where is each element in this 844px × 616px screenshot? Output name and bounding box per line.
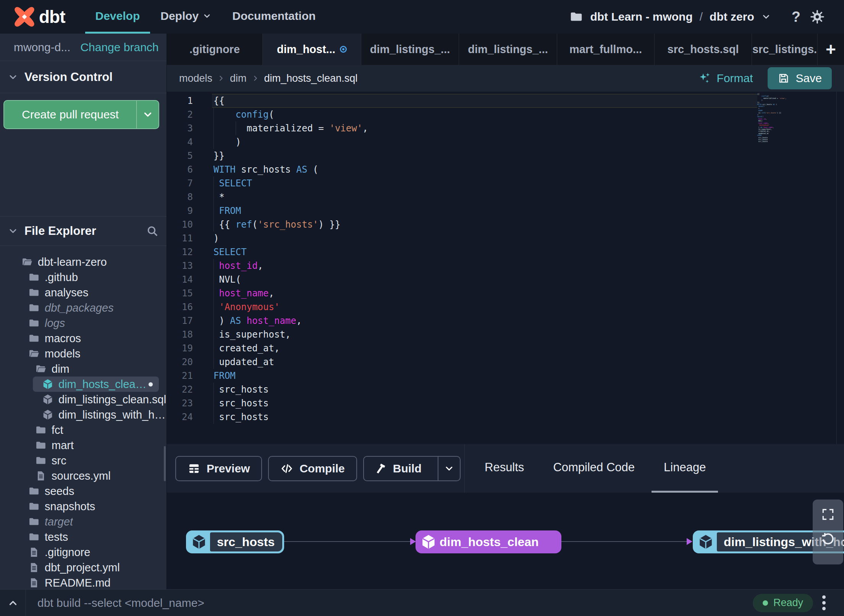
refresh-icon[interactable] [821,532,835,546]
build-button[interactable]: Build [363,456,461,481]
file-tree-item[interactable]: dbt_project.yml [0,560,167,575]
file-tree-item[interactable]: logs [0,315,167,331]
search-icon[interactable] [146,225,159,238]
editor-tab[interactable]: src_listings. [752,34,818,65]
minimap[interactable]: {{ config( materialized = 'view', )}}WIT… [757,93,799,143]
code-line: created_at, [212,341,757,355]
tab-label: src_hosts.sql [668,43,739,56]
file-tree-item[interactable]: macros [0,331,167,346]
primary-nav: Develop Deploy Documentation [85,0,326,34]
file-tree-item[interactable]: target [0,514,167,529]
nav-deploy[interactable]: Deploy [150,0,222,34]
sidebar-scrollbar[interactable] [164,446,166,481]
file-tree-item[interactable]: dim [0,361,167,377]
file-tree-item[interactable]: .gitignore [0,545,167,560]
build-dropdown[interactable] [438,457,460,480]
code-line: 'Anonymous' [212,300,757,314]
file-tree-item[interactable]: tests [0,529,167,545]
line-number: 24 [167,410,212,424]
build-main[interactable]: Build [364,457,432,480]
nav-develop[interactable]: Develop [85,0,150,34]
file-tree-item[interactable]: seeds [0,483,167,499]
file-tree-item[interactable]: README.md [0,575,167,589]
gear-icon[interactable] [810,9,825,24]
kebab-menu-icon[interactable] [821,594,827,612]
branch-row: mwong-d... Change branch [0,34,167,61]
fullscreen-icon[interactable] [821,507,835,522]
code-line: updated_at [212,355,757,369]
model-cube-icon [191,534,207,550]
lineage-node[interactable]: dim_hosts_clean [416,530,561,553]
chevron-down-icon [142,109,154,120]
nav-right-cluster: dbt Learn - mwong / dbt zero ? [569,9,844,25]
file-tree-item[interactable]: mart [0,438,167,453]
help-icon[interactable]: ? [792,9,800,25]
file-name: dbt_packages [45,302,114,314]
create-pr-dropdown[interactable] [136,101,158,128]
breadcrumb: modelsdimdim_hosts_clean.sql [179,73,357,84]
editor-scrollbar-track[interactable] [836,92,837,444]
file-tree-item[interactable]: analyses [0,285,167,300]
create-pull-request-button[interactable]: Create pull request [3,100,159,129]
file-tree: dbt-learn-zero.githubanalysesdbt_package… [0,246,167,589]
code-area[interactable]: {{ config( materialized = 'view', )}}WIT… [212,94,757,424]
file-tree-item[interactable]: models [0,346,167,361]
file-name: dbt_project.yml [45,561,120,574]
line-number: 5 [167,149,212,163]
file-tree-item[interactable]: dim_listings_with_hosts... [0,407,167,422]
indent-guide [213,259,214,273]
file-tree-item[interactable]: dbt_packages [0,300,167,315]
panel-tab-results[interactable]: Results [472,444,536,493]
file-tree-item[interactable]: dim_hosts_clean.sql [33,377,159,392]
code-line: * [212,190,757,204]
line-number: 3 [167,121,212,135]
project-selector[interactable]: dbt Learn - mwong / dbt zero [569,10,771,24]
command-input[interactable]: dbt build --select <model_name> [37,597,204,610]
panel-tab-compiled-code[interactable]: Compiled Code [541,444,647,493]
lineage-node[interactable]: src_hosts [186,530,284,553]
preview-button[interactable]: Preview [175,456,262,481]
file-tree-item[interactable]: snapshots [0,499,167,514]
indent-guide [236,121,236,135]
file-explorer-section[interactable]: File Explorer [0,216,167,246]
sparkles-icon [698,71,711,85]
change-branch-link[interactable]: Change branch [80,41,158,54]
version-control-section[interactable]: Version Control [0,61,167,93]
code-line: WITH src_hosts AS ( [212,163,757,176]
dbt-logo[interactable]: dbt [0,6,65,27]
line-number: 13 [167,259,212,273]
line-number: 18 [167,328,212,341]
folder-icon [28,302,40,314]
editor-tab[interactable]: .gitignore [167,34,263,65]
panel-tab-lineage[interactable]: Lineage [652,444,718,493]
code-line: config( [212,108,757,121]
format-button[interactable]: Format [698,71,753,85]
file-tree-item[interactable]: dim_listings_clean.sql [0,392,167,407]
folder-icon [569,10,583,24]
editor-tab[interactable]: dim_host... [263,34,361,65]
editor-tab[interactable]: dim_listings_... [361,34,459,65]
editor-tab[interactable]: dim_listings_... [459,34,557,65]
file-tree-item[interactable]: .github [0,270,167,285]
file-tree-item[interactable]: sources.yml [0,468,167,483]
nav-documentation[interactable]: Documentation [222,0,326,34]
editor-tab[interactable]: src_hosts.sql [655,34,752,65]
folder-icon [35,455,47,466]
line-number: 14 [167,273,212,286]
folder-icon [35,424,47,436]
cube-icon [42,378,53,390]
tab-label: src_listings. [752,43,817,56]
main-area: .gitignoredim_host...dim_listings_...dim… [167,34,844,589]
file-tree-item[interactable]: dbt-learn-zero [0,254,167,270]
indent-guide [213,314,214,328]
new-tab-button[interactable]: + [818,34,844,65]
file-tree-item[interactable]: src [0,453,167,468]
compile-button[interactable]: Compile [268,456,357,481]
expand-command-bar-button[interactable] [0,590,26,616]
file-tree-item[interactable]: fct [0,422,167,438]
folder-open-icon [28,348,40,359]
save-button[interactable]: Save [768,67,832,89]
file-name: seeds [45,485,74,498]
editor-tab[interactable]: mart_fullmo... [557,34,655,65]
code-line: SELECT [212,176,757,190]
